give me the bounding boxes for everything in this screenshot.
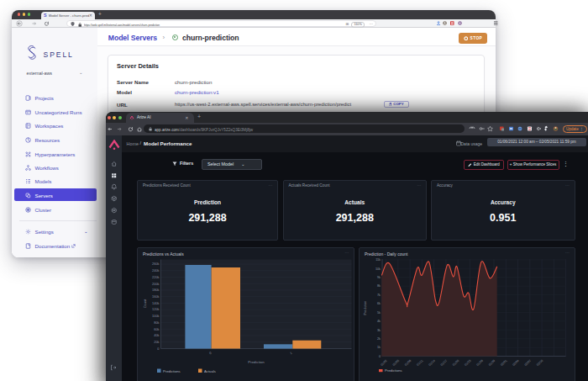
- svg-text:7k: 7k: [377, 294, 381, 297]
- svg-text:9k: 9k: [377, 276, 381, 279]
- svg-text:02/07: 02/07: [524, 359, 532, 367]
- svg-text:2k: 2k: [377, 337, 381, 341]
- svg-text:11k: 11k: [375, 258, 381, 262]
- svg-text:80k: 80k: [154, 320, 159, 325]
- svg-text:1k: 1k: [377, 346, 381, 349]
- svg-text:Count: Count: [143, 299, 147, 309]
- svg-text:01/02: 01/02: [381, 359, 388, 367]
- svg-text:20k: 20k: [154, 340, 159, 344]
- svg-text:120k: 120k: [152, 307, 159, 311]
- svg-text:01/20: 01/20: [452, 359, 459, 367]
- svg-text:6k: 6k: [377, 302, 381, 305]
- svg-text:180k: 180k: [152, 288, 159, 292]
- svg-text:01/17: 01/17: [440, 359, 448, 367]
- svg-text:Actuals: Actuals: [204, 369, 216, 373]
- svg-text:10k: 10k: [375, 267, 381, 271]
- svg-text:01/05: 01/05: [392, 359, 400, 367]
- svg-text:0: 0: [208, 351, 213, 356]
- svg-text:Predictions: Predictions: [163, 369, 181, 373]
- svg-text:160k: 160k: [152, 294, 159, 299]
- svg-text:02/01: 02/01: [500, 359, 507, 367]
- svg-text:Predictions: Predictions: [385, 368, 402, 373]
- svg-text:01/08: 01/08: [404, 359, 412, 367]
- svg-text:100k: 100k: [152, 314, 159, 318]
- svg-text:1: 1: [289, 351, 292, 355]
- svg-text:0: 0: [157, 347, 160, 351]
- svg-text:01/11: 01/11: [417, 359, 424, 367]
- svg-text:3k: 3k: [377, 329, 381, 332]
- svg-text:01/14: 01/14: [428, 359, 436, 367]
- svg-text:40k: 40k: [154, 333, 159, 337]
- svg-text:02/10: 02/10: [536, 359, 543, 367]
- svg-text:Prediction: Prediction: [248, 360, 265, 364]
- svg-text:200k: 200k: [152, 282, 159, 286]
- svg-text:260k: 260k: [152, 262, 159, 266]
- svg-text:240k: 240k: [152, 268, 159, 273]
- svg-text:4k: 4k: [377, 320, 381, 323]
- svg-text:01/29: 01/29: [488, 359, 496, 367]
- svg-text:02/04: 02/04: [512, 359, 520, 367]
- svg-text:0: 0: [379, 355, 381, 358]
- svg-text:5k: 5k: [377, 311, 381, 315]
- svg-text:140k: 140k: [152, 301, 159, 305]
- svg-text:8k: 8k: [377, 284, 381, 288]
- svg-text:220k: 220k: [152, 275, 159, 279]
- svg-text:01/26: 01/26: [476, 359, 484, 367]
- svg-text:60k: 60k: [154, 327, 159, 331]
- svg-text:Prediction: Prediction: [364, 301, 367, 315]
- svg-text:01/23: 01/23: [464, 359, 471, 367]
